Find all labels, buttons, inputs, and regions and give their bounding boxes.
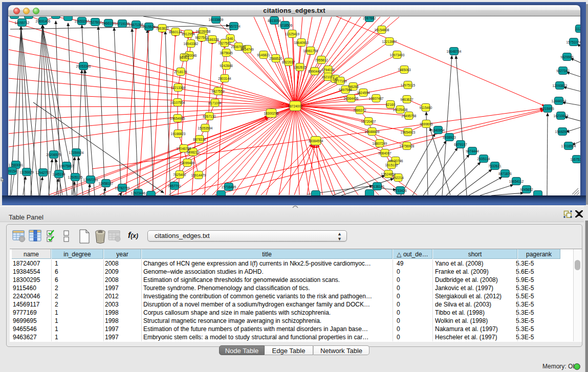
svg-text:7886372: 7886372 [353,108,366,112]
svg-text:9474444: 9474444 [466,149,479,153]
svg-text:16107554: 16107554 [170,101,185,104]
svg-text:8660124: 8660124 [169,30,182,34]
svg-text:18300295: 18300295 [264,112,279,115]
svg-text:10973493: 10973493 [390,53,405,57]
svg-text:8186328: 8186328 [206,38,219,41]
svg-text:39154: 39154 [8,169,17,173]
svg-text:10653267: 10653267 [75,19,90,23]
svg-text:7857274: 7857274 [227,25,241,28]
svg-text:16033809: 16033809 [209,18,224,21]
svg-text:18807249: 18807249 [373,142,387,145]
svg-text:8171004: 8171004 [208,101,222,105]
svg-text:6466160: 6466160 [102,21,115,25]
svg-text:10025438: 10025438 [393,108,408,112]
svg-text:17016504: 17016504 [561,144,576,148]
svg-text:11156829: 11156829 [19,170,34,174]
svg-text:111233: 111233 [575,27,580,31]
svg-text:15692971: 15692971 [555,130,570,134]
svg-text:19218506: 19218506 [278,24,293,27]
svg-text:18724007: 18724007 [288,104,303,108]
svg-text:7485063: 7485063 [398,68,411,72]
svg-text:1527602: 1527602 [89,20,102,24]
svg-text:20691406: 20691406 [36,19,51,23]
svg-text:8215955: 8215955 [541,107,554,111]
svg-text:7625402: 7625402 [173,173,186,177]
svg-text:12093822: 12093822 [553,84,568,87]
svg-text:7632621: 7632621 [488,164,502,168]
svg-text:8990448: 8990448 [308,70,321,73]
svg-text:8912954: 8912954 [182,32,195,36]
svg-text:23226058: 23226058 [196,30,211,33]
svg-text:16210643: 16210643 [554,114,569,118]
svg-text:8454749: 8454749 [241,48,254,51]
svg-text:252214: 252214 [393,176,404,180]
svg-text:9146821: 9146821 [257,53,270,57]
svg-text:16120746: 16120746 [388,159,403,163]
svg-text:16648784: 16648784 [447,50,462,53]
svg-text:15751074: 15751074 [567,40,580,44]
svg-text:98961: 98961 [180,56,189,59]
svg-text:8878332: 8878332 [193,138,206,141]
svg-text:12923446: 12923446 [131,191,146,195]
svg-text:14099489: 14099489 [180,161,195,165]
svg-text:12975115: 12975115 [401,83,416,87]
svg-text:19166823: 19166823 [171,132,186,136]
svg-text:7955812: 7955812 [315,58,328,62]
svg-text:9327502: 9327502 [218,41,231,45]
svg-text:2803144: 2803144 [218,77,231,80]
svg-text:20364436: 20364436 [344,97,359,100]
svg-text:19975867: 19975867 [59,164,74,168]
svg-text:18640910: 18640910 [294,41,309,45]
svg-text:9329966: 9329966 [560,55,574,59]
svg-text:12942757: 12942757 [36,171,51,174]
svg-text:6794028: 6794028 [321,68,335,72]
svg-text:11325419: 11325419 [285,32,300,36]
svg-text:13524851: 13524851 [381,172,396,176]
svg-text:19384554: 19384554 [309,139,323,143]
svg-text:12213967: 12213967 [382,40,397,43]
svg-text:12444153: 12444153 [552,99,567,103]
svg-text:1362615: 1362615 [293,65,307,69]
svg-text:8267130: 8267130 [203,115,216,118]
svg-text:16543382: 16543382 [184,42,199,46]
svg-text:546: 546 [228,37,233,40]
svg-text:15716485: 15716485 [222,185,236,189]
svg-text:14055712: 14055712 [15,21,30,25]
svg-text:19654923: 19654923 [401,130,416,134]
svg-text:1615112: 1615112 [385,163,398,167]
svg-text:9242848: 9242848 [220,64,233,68]
svg-text:6879197: 6879197 [454,143,467,146]
svg-text:1640954: 1640954 [431,128,445,132]
svg-text:17583081: 17583081 [9,163,24,167]
svg-text:8471876: 8471876 [498,172,512,176]
svg-text:19136141: 19136141 [370,185,385,188]
svg-text:9227342: 9227342 [556,69,570,73]
svg-text:17046788: 17046788 [177,147,191,150]
svg-text:8813054: 8813054 [268,19,281,23]
svg-text:8322037: 8322037 [282,60,295,64]
svg-text:19756928: 19756928 [400,144,415,148]
svg-text:9084067: 9084067 [378,151,391,155]
svg-text:1145194: 1145194 [53,172,66,176]
svg-text:9857791: 9857791 [168,184,181,188]
svg-text:10688609: 10688609 [365,130,380,134]
svg-text:10654112: 10654112 [509,180,524,183]
svg-text:9699695: 9699695 [420,122,433,126]
svg-text:19654985: 19654985 [170,117,185,120]
svg-text:9115460: 9115460 [420,106,432,110]
svg-text:2087682: 2087682 [363,16,376,20]
svg-text:9463627: 9463627 [400,98,413,101]
svg-text:15720407: 15720407 [361,120,376,123]
svg-text:2718176: 2718176 [174,70,187,74]
svg-text:7515526: 7515526 [142,25,156,29]
svg-text:16671355: 16671355 [129,23,144,27]
svg-text:16961758: 16961758 [303,49,318,53]
svg-text:62160: 62160 [386,103,395,106]
svg-text:3875645: 3875645 [220,51,233,55]
svg-text:20053346: 20053346 [76,64,91,68]
svg-text:16782759: 16782759 [115,186,130,190]
svg-text:2935114: 2935114 [477,157,490,161]
svg-text:9777169: 9777169 [334,79,347,83]
svg-text:6497568: 6497568 [339,88,352,92]
svg-text:3824554: 3824554 [357,91,370,95]
